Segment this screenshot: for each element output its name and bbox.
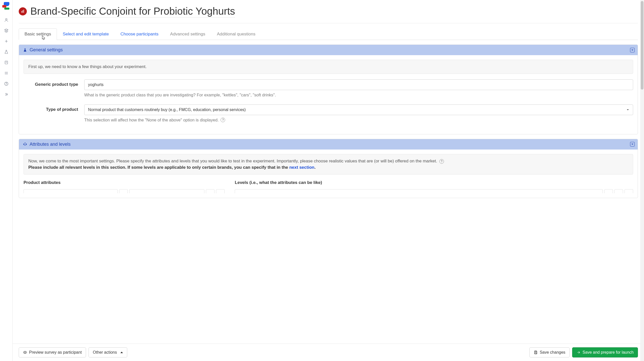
- next-section-link[interactable]: next section: [289, 165, 314, 170]
- save-and-launch-button[interactable]: Save and prepare for launch: [572, 347, 638, 357]
- panel-general-settings: General settings First up, we need to kn…: [19, 45, 638, 134]
- sidebar-book-icon[interactable]: [1, 57, 12, 68]
- caret-down-icon: [631, 49, 634, 51]
- svg-point-0: [6, 18, 7, 20]
- sidebar-flask-icon[interactable]: [1, 47, 12, 57]
- caret-down-icon: [631, 143, 634, 145]
- attributes-intro-line1: Now, we come to the most important setti…: [28, 159, 437, 163]
- collapse-button[interactable]: [630, 142, 635, 146]
- page-header: Brand-Specific Conjoint for Probiotic Yo…: [19, 5, 638, 23]
- cubes-icon: [23, 142, 27, 146]
- panel-title: Attributes and levels: [30, 142, 71, 147]
- svg-rect-6: [24, 10, 24, 13]
- level-row-placeholder: [235, 189, 633, 193]
- help-tooltip-icon[interactable]: ?: [221, 118, 225, 122]
- tab-choose-participants[interactable]: Choose participants: [115, 28, 164, 40]
- preview-survey-button[interactable]: Preview survey as participant: [19, 347, 86, 357]
- svg-rect-4: [22, 11, 22, 13]
- arrow-right-icon: [576, 350, 581, 354]
- scrollbar-thumb[interactable]: [641, 1, 643, 90]
- sidebar-menu-icon[interactable]: [1, 68, 12, 78]
- select-value: Normal product that customers routinely …: [88, 108, 246, 112]
- panel-header-general[interactable]: General settings: [19, 45, 638, 55]
- sidebar-plus-icon[interactable]: [1, 36, 12, 47]
- page-type-icon: [19, 7, 27, 15]
- attributes-intro-box: Now, we come to the most important setti…: [24, 154, 633, 175]
- other-actions-button[interactable]: Other actions: [89, 347, 127, 357]
- panel-title: General settings: [30, 47, 63, 53]
- label-generic-product-type: Generic product type: [24, 79, 84, 87]
- select-type-of-product[interactable]: Normal product that customers routinely …: [84, 104, 633, 115]
- help-type-of-product: This selection will affect how the "None…: [84, 118, 219, 122]
- svg-rect-9: [535, 353, 536, 354]
- page-title[interactable]: Brand-Specific Conjoint for Probiotic Yo…: [30, 5, 235, 17]
- bottom-action-bar: Preview survey as participant Other acti…: [13, 344, 644, 361]
- help-tooltip-icon[interactable]: ?: [439, 159, 444, 164]
- tab-basic-settings[interactable]: Basic settings: [19, 28, 57, 40]
- general-intro-text: First up, we need to know a few things a…: [24, 60, 633, 74]
- main-content: Brand-Specific Conjoint for Probiotic Yo…: [13, 0, 644, 361]
- tab-bar: Basic settings Select and edit template …: [19, 28, 638, 40]
- chevron-down-icon: [626, 108, 629, 111]
- save-icon: [534, 350, 538, 354]
- svg-rect-8: [535, 351, 536, 352]
- panel-header-attributes[interactable]: Attributes and levels: [19, 139, 638, 150]
- svg-point-7: [25, 352, 26, 353]
- label-type-of-product: Type of product: [24, 104, 84, 112]
- caret-up-icon: [120, 352, 123, 353]
- attributes-intro-line2-prefix: Please include all relevant levels in th…: [28, 165, 289, 170]
- save-changes-button[interactable]: Save changes: [529, 347, 570, 357]
- tab-select-template[interactable]: Select and edit template: [57, 28, 115, 40]
- panel-attributes-levels: Attributes and levels Now, we come to th…: [19, 139, 638, 198]
- input-generic-product-type[interactable]: [84, 79, 633, 90]
- app-logo[interactable]: [2, 2, 10, 10]
- column-header-attributes: Product attributes: [24, 180, 225, 185]
- left-sidebar: [0, 0, 13, 361]
- eye-icon: [23, 350, 27, 354]
- tab-advanced-settings[interactable]: Advanced settings: [164, 28, 211, 40]
- svg-point-3: [6, 84, 6, 85]
- svg-rect-5: [23, 10, 23, 13]
- tab-additional-questions[interactable]: Additional questions: [211, 28, 261, 40]
- sidebar-expand-icon[interactable]: [1, 89, 12, 100]
- flask-icon: [23, 48, 27, 52]
- vertical-scrollbar[interactable]: [640, 0, 644, 361]
- sidebar-stack-icon[interactable]: [1, 25, 12, 36]
- help-generic-product-type: What is the generic product class that y…: [84, 93, 633, 97]
- attributes-intro-line2-suffix: .: [314, 165, 316, 170]
- attribute-row-placeholder: [24, 189, 225, 193]
- column-header-levels: Levels (i.e., what the attributes can be…: [235, 180, 633, 185]
- sidebar-help-icon[interactable]: [1, 78, 12, 89]
- sidebar-user-icon[interactable]: [1, 15, 12, 25]
- collapse-button[interactable]: [630, 48, 635, 52]
